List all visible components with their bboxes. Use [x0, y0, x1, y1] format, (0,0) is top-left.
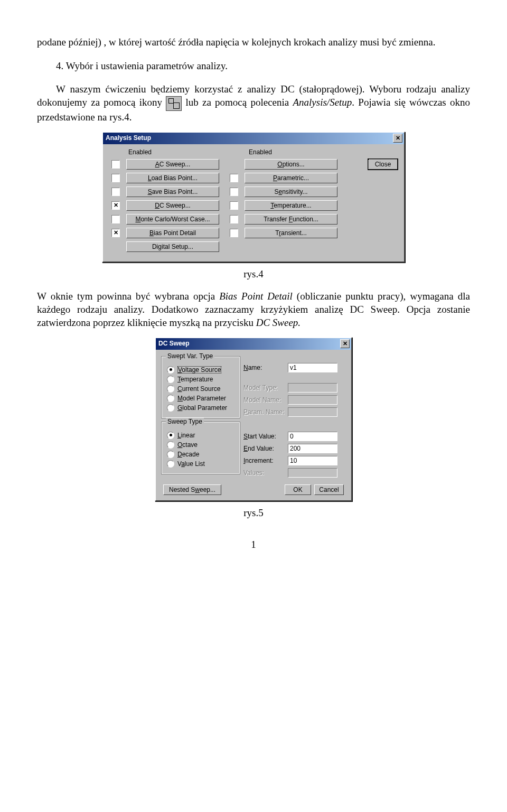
- btn-transient[interactable]: Transient...: [245, 228, 337, 238]
- increment-label: Increment:: [243, 457, 288, 464]
- enabled-label-left: Enabled: [126, 148, 229, 156]
- model-name-label: Model Name:: [243, 396, 288, 404]
- page-number: 1: [37, 538, 470, 552]
- btn-ac-sweep[interactable]: AC Sweep...: [126, 159, 219, 170]
- chk-transient[interactable]: [230, 229, 238, 237]
- chk-ac-sweep[interactable]: [111, 160, 120, 169]
- opt-model-parameter[interactable]: Model Parameter: [167, 395, 234, 402]
- param-name-label: Param. Name:: [243, 408, 288, 416]
- opt-global-parameter[interactable]: Global Parameter: [167, 404, 234, 412]
- analysis-setup-title: Analysis Setup: [106, 134, 151, 142]
- btn-monte-carlo[interactable]: Monte Carlo/Worst Case...: [126, 214, 219, 225]
- chk-parametric[interactable]: [230, 174, 238, 182]
- enabled-label-right: Enabled: [247, 148, 349, 156]
- end-value-field[interactable]: 200: [288, 444, 337, 453]
- paragraph-3: W naszym ćwiczeniu będziemy korzystać z …: [37, 83, 470, 124]
- btn-dc-sweep[interactable]: DC Sweep...: [126, 200, 219, 211]
- caption-rys4: rys.4: [37, 268, 470, 281]
- start-value-label: Start Value:: [243, 433, 288, 440]
- chk-transfer[interactable]: [230, 215, 238, 223]
- paragraph-4d-italic: DC Sweep.: [256, 317, 301, 328]
- paragraph-3b: lub za pomocą polecenia: [185, 97, 293, 108]
- opt-decade[interactable]: Decade: [167, 451, 234, 458]
- chk-temperature[interactable]: [230, 201, 238, 210]
- paragraph-1: podane później) , w której wartość źródł…: [37, 36, 470, 49]
- dc-sweep-titlebar: DC Sweep ✕: [156, 338, 351, 350]
- opt-value-list[interactable]: Value List: [167, 460, 234, 468]
- end-value-label: End Value:: [243, 445, 288, 452]
- param-name-field: [288, 407, 337, 417]
- opt-voltage-source[interactable]: Voltage Source: [167, 366, 234, 374]
- close-icon[interactable]: ✕: [393, 134, 402, 143]
- paragraph-3c-italic: Analysis/Setup: [293, 97, 352, 108]
- paragraph-4: W oknie tym powinna być wybrana opcja Bi…: [37, 290, 470, 329]
- analysis-setup-dialog: Analysis Setup ✕ Enabled Enabled AC Swee…: [102, 132, 405, 263]
- opt-temperature[interactable]: Temperature: [167, 376, 234, 383]
- cancel-button[interactable]: Cancel: [314, 484, 344, 495]
- model-type-label: Model Type:: [243, 384, 288, 391]
- chk-sensitivity[interactable]: [230, 188, 238, 196]
- group-sweep-type: Sweep Type Linear Octave Decade Value Li…: [161, 422, 240, 474]
- btn-digital-setup[interactable]: Digital Setup...: [126, 241, 219, 252]
- model-type-field: [288, 383, 337, 393]
- chk-bias-point[interactable]: ✕: [111, 229, 120, 237]
- ok-button[interactable]: OK: [285, 484, 311, 495]
- chk-monte-carlo[interactable]: [111, 215, 120, 223]
- dc-sweep-title: DC Sweep: [158, 340, 190, 347]
- analysis-setup-titlebar: Analysis Setup ✕: [103, 133, 404, 144]
- opt-current-source[interactable]: Current Source: [167, 385, 234, 393]
- btn-transfer[interactable]: Transfer Function...: [245, 214, 337, 225]
- close-icon[interactable]: ✕: [340, 339, 350, 348]
- dc-sweep-dialog: DC Sweep ✕ Swept Var. Type Voltage Sourc…: [155, 337, 352, 501]
- chk-dc-sweep[interactable]: ✕: [111, 201, 120, 210]
- increment-field[interactable]: 10: [288, 456, 337, 465]
- paragraph-4a: W oknie tym powinna być wybrana opcja: [37, 291, 219, 302]
- nested-sweep-button[interactable]: Nested Sweep...: [163, 484, 221, 495]
- btn-options[interactable]: Options...: [245, 159, 337, 170]
- btn-save-bias[interactable]: Save Bias Point...: [126, 186, 219, 197]
- opt-octave[interactable]: Octave: [167, 441, 234, 449]
- analysis-setup-icon: [166, 96, 182, 111]
- heading-4: 4. Wybór i ustawienia parametrów analizy…: [37, 60, 470, 73]
- btn-sensitivity[interactable]: Sensitivity...: [245, 186, 337, 197]
- start-value-field[interactable]: 0: [288, 432, 337, 441]
- model-name-field: [288, 395, 337, 405]
- btn-load-bias[interactable]: Load Bias Point...: [126, 173, 219, 183]
- name-field[interactable]: v1: [288, 363, 337, 372]
- legend-sweep-type: Sweep Type: [166, 418, 204, 425]
- chk-save-bias[interactable]: [111, 188, 120, 196]
- chk-load-bias[interactable]: [111, 174, 120, 182]
- btn-bias-point[interactable]: Bias Point Detail: [126, 228, 219, 238]
- close-button[interactable]: Close: [368, 159, 398, 170]
- values-label: Values:: [243, 469, 288, 477]
- name-label: Name:: [243, 364, 288, 371]
- opt-linear[interactable]: Linear: [167, 432, 234, 439]
- btn-parametric[interactable]: Parametric...: [245, 173, 337, 183]
- group-swept-var-type: Swept Var. Type Voltage Source Temperatu…: [161, 356, 240, 418]
- caption-rys5: rys.5: [37, 507, 470, 520]
- values-field: [288, 468, 337, 478]
- paragraph-4b-italic: Bias Point Detail: [219, 291, 293, 302]
- btn-temperature[interactable]: Temperature...: [245, 200, 337, 211]
- legend-swept-var: Swept Var. Type: [166, 352, 214, 360]
